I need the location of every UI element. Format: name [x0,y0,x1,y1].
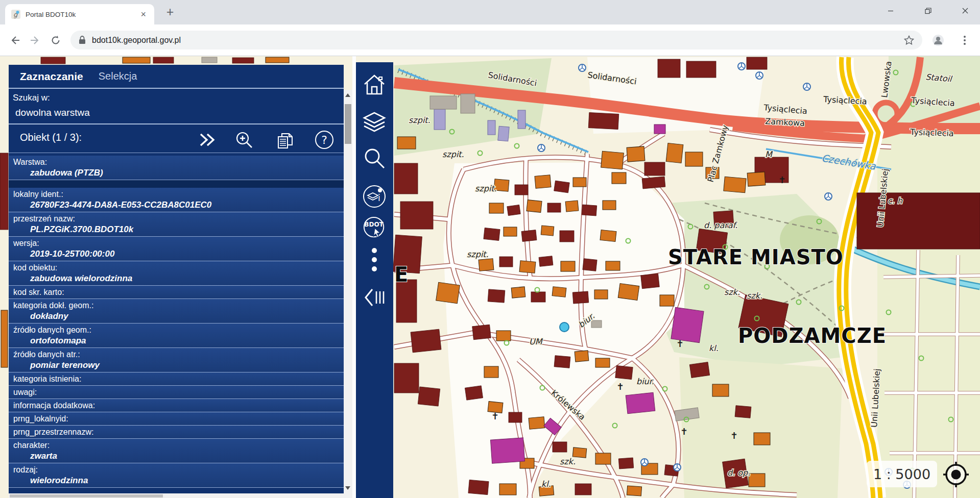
svg-text:d. paraf.: d. paraf. [704,220,737,230]
svg-text:c. h: c. h [888,196,903,206]
identify-panel: Zaznaczanie Selekcja Szukaj w: dowolna w… [9,65,344,498]
svg-text:biur.: biur. [636,377,654,386]
row-group-gap [9,180,344,188]
window-close-button[interactable] [950,0,980,21]
map-tool-sidebar: i BDOT [356,62,393,498]
home-icon [362,72,387,97]
svg-text:M: M [765,150,773,159]
search-icon [362,146,387,170]
crosshair-target-icon [941,460,971,489]
svg-text:szk.: szk. [560,457,576,466]
svg-text:Zamkowa: Zamkowa [765,116,805,128]
svg-text:d. op.: d. op. [727,468,750,478]
svg-text:✝: ✝ [680,426,688,437]
window-restore-button[interactable] [913,0,943,21]
more-dots-icon [371,247,378,272]
svg-text:szpit.: szpit. [409,115,431,125]
home-button[interactable] [362,72,387,97]
svg-text:STARE MIASTO: STARE MIASTO [668,245,844,269]
svg-text:✝: ✝ [616,381,624,392]
object-header-row: Obiekt (1 / 3): ? [9,124,344,153]
svg-text:UM: UM [529,337,543,346]
site-favicon: g [11,10,20,19]
collapse-panel-icon [363,287,386,308]
browser-tab-strip: g Portal BDOT10k × + [0,0,980,24]
browser-tab[interactable]: g Portal BDOT10k × [5,4,154,24]
svg-text:kl.: kl. [541,479,551,489]
attribute-row: informacja dodatkowa: [9,399,344,412]
copy-attributes-icon[interactable] [275,130,295,150]
svg-text:PODZAMCZE: PODZAMCZE [738,324,887,347]
layer-info-icon: i [362,184,387,209]
collapse-panel-button[interactable] [362,285,387,310]
attribute-row: kategoria dokł. geom.:dokładny [9,299,344,323]
locate-button[interactable] [941,460,971,489]
attribute-row: charakter:zwarta [9,439,344,463]
attribute-row: wersja:2019-10-25T00:00:00 [9,237,344,261]
svg-text:✝: ✝ [676,338,684,349]
scroll-up-arrow[interactable] [345,93,350,97]
svg-text:✝: ✝ [730,430,738,441]
profile-avatar[interactable] [929,32,947,49]
svg-text:✝: ✝ [491,411,499,421]
svg-text:✝: ✝ [778,175,786,185]
attribute-row: kod skr. karto: [9,286,344,299]
attribute-row: lokalny ident.:26780F23-4474-DA8A-E053-C… [9,188,344,212]
attribute-row: źródło danych geom.:ortofotomapa [9,323,344,348]
panel-map-divider [352,56,356,498]
layer-info-button[interactable]: i [362,184,387,209]
attribute-row: kategoria istnienia: [9,372,344,386]
panel-horizontal-scrollbar[interactable] [9,493,344,498]
svg-text:i: i [378,193,380,203]
map-scale-indicator: 1 : 5000 [867,461,937,487]
object-counter-label: Obiekt (1 / 3): [20,132,82,143]
tab-close-icon[interactable]: × [138,9,148,20]
bdot-select-icon: BDOT [362,215,387,242]
attribute-row: kod obiektu:zabudowa wielorodzinna [9,261,344,286]
next-object-icon[interactable] [197,130,217,150]
hscrollbar-thumb[interactable] [10,494,163,497]
layers-button[interactable] [362,110,387,135]
attribute-row: prng_lokalnyid: [9,412,344,426]
tab-zaznaczanie[interactable]: Zaznaczanie [20,70,83,83]
svg-text:?: ? [321,134,327,146]
attribute-row: prng_przestrzennazw: [9,426,344,439]
svg-text:szpit.: szpit. [442,150,464,159]
scrollbar-corner [344,493,352,498]
attribute-row: przestrzeń nazw:PL.PZGiK.3700.BDOT10k [9,212,344,237]
panel-vertical-scrollbar[interactable] [344,90,352,493]
svg-text:szk.: szk. [724,287,740,297]
svg-text:E: E [394,263,409,286]
address-bar[interactable]: bdot10k.geoportal.gov.pl [70,31,922,49]
zoom-to-object-icon[interactable] [234,130,254,150]
svg-text:szk.: szk. [747,291,762,301]
layers-icon [362,110,387,135]
search-in-label: Szukaj w: [9,89,344,104]
bdot-select-button[interactable]: BDOT [362,216,387,241]
back-button[interactable] [6,32,23,49]
attribute-row: Warstwa:zabudowa (PTZB) [9,156,344,180]
identify-panel-tabs: Zaznaczanie Selekcja [9,65,344,89]
bookmark-star-icon[interactable] [904,35,914,45]
tab-title: Portal BDOT10k [26,11,138,18]
page-content: ✝✝✝ ✝✝✝ Solidarności Solidarności Tysiąc… [0,56,980,498]
url-text: bdot10k.geoportal.gov.pl [92,36,181,45]
attribute-row: rodzaj:wielorodzinna [9,463,344,488]
selected-object-marker[interactable] [560,322,569,332]
https-lock-icon [79,36,86,44]
svg-text:szpit.: szpit. [475,184,497,193]
svg-text:Tysiąclecia: Tysiąclecia [910,127,954,138]
scroll-down-arrow[interactable] [345,486,350,490]
help-icon[interactable]: ? [314,130,334,150]
more-tools-button[interactable] [362,245,387,274]
forward-button[interactable] [27,32,44,49]
tab-selekcja[interactable]: Selekcja [99,70,137,82]
new-tab-button[interactable]: + [162,6,178,19]
window-minimize-button[interactable] [876,0,905,21]
reload-button[interactable] [47,32,64,49]
svg-text:kl.: kl. [709,343,719,353]
scrollbar-thumb[interactable] [345,104,351,144]
browser-menu-icon[interactable] [956,32,973,49]
layer-select[interactable]: dowolna warstwa [9,104,344,124]
search-button[interactable] [362,146,387,170]
